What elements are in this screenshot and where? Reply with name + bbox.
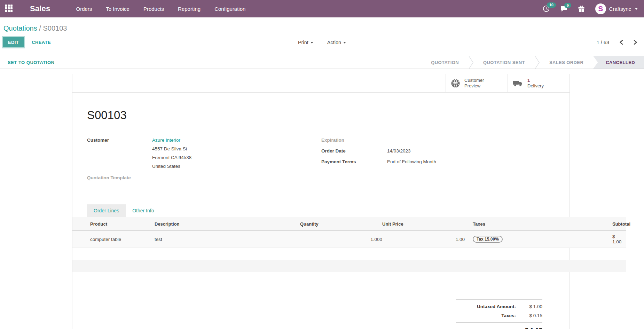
navbar-right: 10 6 S Craftsync (543, 3, 638, 14)
column-quantity[interactable]: Quantity (300, 217, 382, 231)
cell-taxes: Tax 15.00% (465, 231, 612, 248)
globe-icon (451, 79, 460, 88)
breadcrumb-quotations[interactable]: Quotations (3, 24, 37, 32)
breadcrumb-separator: / (39, 24, 41, 32)
user-name: Craftsync (609, 6, 631, 12)
quotation-template-label: Quotation Template (87, 173, 152, 182)
menu-orders[interactable]: Orders (76, 5, 93, 13)
statusbar: SET TO QUOTATION QUOTATION QUOTATION SEN… (0, 56, 644, 69)
order-line-row[interactable]: computer table test 1.000 1.00 Tax 15.00… (72, 231, 626, 248)
control-panel: EDIT CREATE Print Action 1 / 63 (0, 34, 644, 53)
column-product[interactable]: Product (72, 217, 155, 231)
order-date-label: Order Date (321, 147, 387, 155)
smart-button-box: Customer Preview 1 Delivery (72, 74, 570, 93)
action-dropdown[interactable]: Action (327, 40, 346, 45)
smart-button-label: Customer Preview (464, 78, 492, 89)
totals-divider (456, 322, 542, 323)
column-description[interactable]: Description (155, 217, 300, 231)
form-card: Customer Preview 1 Delivery S00103 Custo (72, 74, 570, 329)
table-header-row: Product Description Quantity Unit Price … (72, 217, 626, 231)
empty-table-row (72, 248, 626, 260)
pager: 1 / 63 (597, 40, 638, 45)
create-button[interactable]: CREATE (32, 40, 51, 45)
payment-terms-label: Payment Terms (321, 157, 387, 166)
order-lines-table: Product Description Quantity Unit Price … (72, 217, 626, 272)
user-menu[interactable]: S Craftsync (595, 3, 638, 14)
edit-button[interactable]: EDIT (3, 37, 24, 47)
pager-previous-icon[interactable] (619, 40, 623, 45)
stage-quotation-sent[interactable]: QUOTATION SENT (473, 56, 535, 69)
cell-description[interactable]: test (155, 231, 300, 248)
untaxed-amount-value: $ 1.00 (516, 304, 542, 309)
notebook-tabs: Order Lines Other Info (72, 204, 570, 217)
customer-preview-button[interactable]: Customer Preview (446, 74, 508, 92)
tab-other-info[interactable]: Other Info (126, 204, 160, 217)
messages-icon[interactable]: 6 (560, 6, 567, 12)
gift-icon[interactable] (578, 5, 585, 12)
tab-order-lines[interactable]: Order Lines (87, 204, 126, 217)
print-dropdown[interactable]: Print (298, 40, 313, 45)
chevron-down-icon (343, 42, 346, 44)
taxes-label: Taxes: (501, 313, 516, 318)
truck-icon (513, 79, 523, 87)
address-line: United States (152, 162, 191, 171)
chevron-down-icon (311, 42, 313, 44)
tax-badge[interactable]: Tax 15.00% (473, 236, 503, 243)
menu-configuration[interactable]: Configuration (214, 5, 246, 13)
form-sheet: S00103 Customer Azure Interior 4557 De S… (72, 93, 570, 329)
menu-products[interactable]: Products (143, 5, 165, 13)
expiration-label: Expiration (321, 136, 387, 144)
cell-product[interactable]: computer table (72, 231, 155, 248)
untaxed-amount-label: Untaxed Amount: (477, 304, 516, 309)
main-menu: Orders To Invoice Products Reporting Con… (76, 5, 246, 13)
stage-quotation[interactable]: QUOTATION (421, 56, 469, 69)
messages-count-badge: 6 (564, 3, 571, 8)
smart-button-value: 1 (527, 78, 544, 83)
column-unit-price[interactable]: Unit Price (382, 217, 465, 231)
cell-unit-price[interactable]: 1.00 (382, 231, 465, 248)
stage-separator (535, 56, 540, 69)
empty-table-row (72, 260, 626, 272)
pager-next-icon[interactable] (633, 40, 638, 45)
activity-count-badge: 10 (547, 2, 556, 8)
column-taxes[interactable]: Taxes (465, 217, 612, 231)
stage-cancelled[interactable]: CANCELLED (593, 56, 644, 69)
pager-count: 1 / 63 (597, 40, 609, 45)
avatar: S (595, 3, 606, 14)
document-title: S00103 (87, 109, 555, 122)
total-value: $ 1.15 (511, 327, 542, 329)
payment-terms-value: End of Following Month (387, 157, 436, 166)
address-line: Fremont CA 94538 (152, 153, 191, 162)
address-line: 4557 De Silva St (152, 144, 191, 153)
statusbar-stages: QUOTATION QUOTATION SENT SALES ORDER CAN… (421, 56, 644, 69)
customer-link[interactable]: Azure Interior (152, 136, 191, 144)
set-to-quotation-button[interactable]: SET TO QUOTATION (0, 60, 54, 65)
menu-reporting[interactable]: Reporting (177, 5, 201, 13)
chevron-down-icon (635, 8, 638, 10)
smart-button-label: Delivery (527, 83, 544, 89)
cell-quantity[interactable]: 1.000 (300, 231, 382, 248)
stage-sales-order[interactable]: SALES ORDER (540, 56, 593, 69)
delivery-button[interactable]: 1 Delivery (508, 74, 570, 92)
menu-to-invoice[interactable]: To Invoice (105, 5, 130, 13)
taxes-value: $ 0.15 (516, 313, 542, 318)
app-name[interactable]: Sales (30, 4, 50, 13)
activity-clock-icon[interactable]: 10 (543, 5, 550, 12)
apps-grid-icon[interactable] (5, 5, 13, 13)
breadcrumb: Quotations / S00103 (0, 17, 644, 34)
customer-label: Customer (87, 136, 152, 171)
stage-separator (469, 56, 473, 69)
order-date-value: 14/03/2023 (387, 147, 411, 155)
top-navbar: Sales Orders To Invoice Products Reporti… (0, 0, 644, 17)
totals-block: Untaxed Amount: $ 1.00 Taxes: $ 0.15 Tot… (456, 299, 542, 329)
breadcrumb-current: S00103 (43, 24, 67, 32)
optional-columns-toggle-icon[interactable]: ⋮ (612, 221, 618, 227)
